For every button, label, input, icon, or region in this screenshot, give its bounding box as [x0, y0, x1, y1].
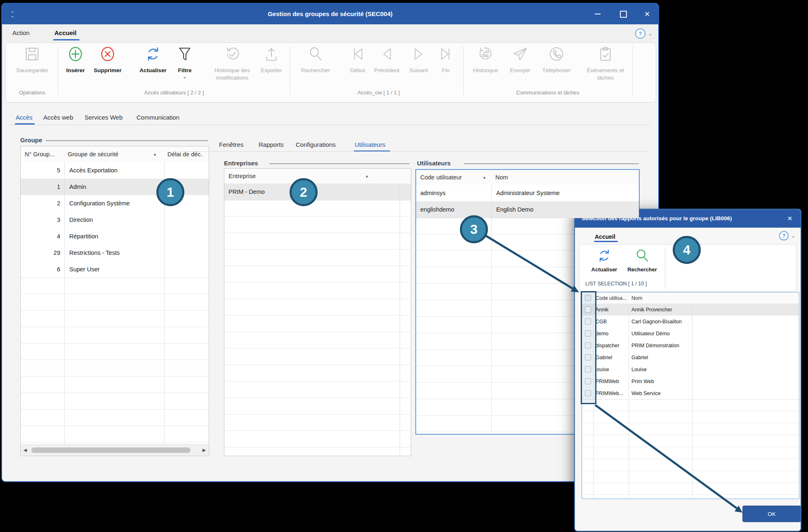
maximize-button[interactable] — [614, 4, 633, 24]
inserer-button[interactable]: Insérer — [61, 45, 90, 74]
groupe-row[interactable]: 5 Accès Exportation — [21, 162, 209, 179]
groupe-section-label: Groupe — [20, 137, 42, 144]
main-window: ⌄⌄ Gestion des groupes de sécurité (SEC0… — [1, 3, 659, 482]
entreprise-row-selected[interactable]: PRIM - Demo — [224, 184, 411, 200]
col-num-groupe[interactable]: N° Group... — [25, 146, 63, 162]
close-icon: ✕ — [787, 215, 793, 222]
inner-tabs-rule — [182, 151, 650, 152]
ribbon-separator — [632, 46, 633, 95]
save-icon — [12, 45, 52, 66]
groupe-row[interactable]: 6 Super User — [21, 261, 209, 278]
dialog-row[interactable]: louise Louise — [582, 363, 799, 376]
utilisateur-row[interactable]: adminsys Administrateur Systeme — [416, 185, 639, 202]
tab-services-web[interactable]: Services Web — [85, 113, 122, 122]
tab-communication[interactable]: Communication — [137, 113, 179, 122]
dialog-table-body: Annik Annik Provencher CGB Carl Gagnon-B… — [582, 304, 799, 498]
dialog-row[interactable]: dispatcher PRIM Démonstration — [582, 339, 799, 352]
groupe-row[interactable]: 3 Direction — [21, 212, 209, 228]
col-groupe-securite[interactable]: Groupe de sécurité ▲ — [68, 146, 163, 162]
filtre-button[interactable]: Filtre ⌄ — [172, 45, 197, 79]
dialog-rechercher-button[interactable]: Rechercher — [624, 248, 660, 273]
step-badge-2: 2 — [290, 178, 318, 206]
fin-button: Fin — [435, 45, 457, 74]
dialog-actualiser-button[interactable]: Actualiser — [587, 248, 622, 273]
tab-fenetres[interactable]: Fenêtres — [219, 140, 243, 150]
exporter-button: Exporter — [256, 45, 287, 74]
tabs-rule — [9, 125, 650, 125]
dialog-user-table: Code utilisa... Nom Annik Annik Provench… — [582, 292, 799, 499]
rechercher-button: Rechercher — [295, 45, 336, 74]
comm-history-icon — [466, 45, 504, 66]
col-delai[interactable]: Délai de déc. — [167, 146, 207, 162]
actualiser-button[interactable]: Actualiser — [134, 45, 172, 74]
chevron-down-icon[interactable]: ⌄ — [791, 233, 796, 239]
groupe-row[interactable]: 29 Restrictions - Tests — [21, 245, 209, 261]
tab-utilisateurs[interactable]: Utilisateurs — [355, 140, 385, 150]
horizontal-scrollbar[interactable]: ◀ ▶ — [21, 444, 209, 456]
filter-dropdown-icon[interactable]: ⌄ — [172, 75, 197, 79]
window-title: Gestion des groupes de sécurité (SEC004) — [2, 4, 658, 24]
tab-configurations[interactable]: Configurations — [296, 140, 336, 150]
titlebar[interactable]: ⌄⌄ Gestion des groupes de sécurité (SEC0… — [2, 4, 658, 24]
groupe-table-body: 5 Accès Exportation 1 Admin 2 Configurat… — [21, 162, 209, 444]
minimize-button[interactable] — [588, 4, 607, 24]
envoyer-button: Envoyer — [504, 45, 536, 74]
close-icon: ✕ — [644, 10, 650, 19]
close-button[interactable]: ✕ — [638, 4, 657, 24]
suivant-button: Suivant — [404, 45, 433, 74]
dialog-table-header: Code utilisa... Nom — [582, 292, 799, 304]
history-check-icon — [202, 45, 262, 66]
help-controls: ? ⌄ — [635, 28, 653, 39]
tab-acces-web[interactable]: Accès web — [43, 113, 73, 122]
help-icon[interactable]: ? — [779, 231, 789, 240]
entreprises-table-header: Entreprise ▲ — [224, 169, 411, 184]
last-record-icon — [435, 45, 457, 66]
groupe-section-line — [46, 140, 208, 141]
dialog-row[interactable]: demo Utilisateur Démo — [582, 327, 799, 340]
scroll-right-icon[interactable]: ▶ — [200, 446, 208, 454]
groupe-row[interactable]: 4 Répartition — [21, 228, 209, 245]
tab-acces[interactable]: Accès — [16, 113, 33, 122]
next-record-icon — [404, 45, 433, 66]
search-icon — [295, 45, 336, 66]
dialog-accueil-underline — [594, 241, 618, 242]
dialog-row[interactable]: PRIMWeb Prim Web — [582, 375, 799, 388]
dialog-row[interactable]: PRIMWeb... Web Service — [582, 387, 799, 400]
col-nom[interactable]: Nom — [631, 292, 689, 304]
help-icon[interactable]: ? — [635, 28, 645, 39]
scrollbar-thumb[interactable] — [31, 447, 191, 453]
column-divider — [64, 162, 65, 444]
col-code-utilisa[interactable]: Code utilisa... — [596, 292, 627, 304]
column-divider — [629, 304, 629, 498]
ribbon-group-communications: Communications et tâches — [486, 89, 610, 96]
utilisateurs-table-header: Code utilisateur ▲ Nom — [416, 170, 639, 185]
tab-rapports[interactable]: Rapports — [259, 140, 284, 150]
dialog-row[interactable]: Gabriel Gabriel — [582, 351, 799, 364]
supprimer-button[interactable]: Supprimer — [91, 45, 125, 74]
sort-asc-icon: ▲ — [365, 174, 369, 178]
historique-button: Historique — [466, 45, 504, 74]
delete-x-icon — [91, 45, 125, 66]
filter-funnel-icon — [172, 45, 197, 66]
dialog-tab-accueil[interactable]: Accueil — [595, 232, 615, 242]
ok-button[interactable]: OK — [742, 506, 801, 522]
dialog-row-selected[interactable]: Annik Annik Provencher — [582, 304, 799, 316]
checkbox-column-highlight — [581, 291, 596, 404]
col-code-utilisateur[interactable]: Code utilisateur ▲ — [420, 170, 486, 185]
dialog-row[interactable]: CGB Carl Gagnon-Bisaillon — [582, 315, 799, 328]
chevron-down-icon[interactable]: ⌄ — [648, 31, 653, 37]
utilisateur-row-selected[interactable]: englishdemo English Demo — [416, 201, 639, 218]
accueil-underline — [53, 39, 80, 40]
precedent-button: Précédent — [370, 45, 404, 74]
utilisateurs-section-label: Utilisateurs — [417, 160, 451, 167]
menu-tab-action[interactable]: Action — [12, 28, 30, 38]
dialog-close-button[interactable]: ✕ — [782, 210, 798, 228]
col-nom[interactable]: Nom — [495, 170, 619, 185]
search-green-icon — [624, 248, 660, 266]
screenshot-canvas: ⌄⌄ Gestion des groupes de sécurité (SEC0… — [0, 0, 808, 532]
scroll-left-icon[interactable]: ◀ — [21, 446, 29, 454]
sort-asc-icon: ▲ — [483, 175, 486, 179]
previous-record-icon — [370, 45, 404, 66]
entreprises-table: Entreprise ▲ PRIM - Demo — [224, 168, 411, 456]
menu-tab-accueil[interactable]: Accueil — [54, 28, 76, 38]
